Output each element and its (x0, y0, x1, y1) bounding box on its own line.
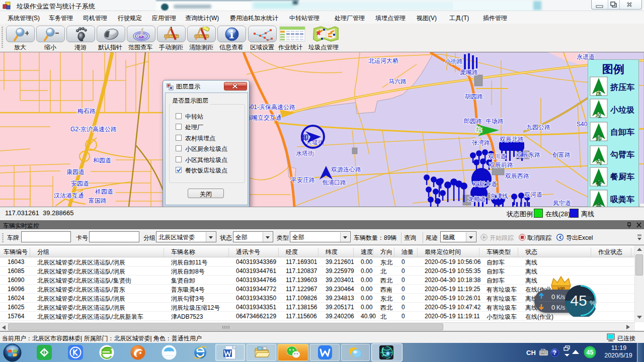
svg-text:%: % (590, 299, 596, 307)
svg-text:水塔街: 水塔街 (296, 150, 314, 157)
svg-text:双河道: 双河道 (524, 191, 542, 198)
svg-text:北运河大桥: 北运河大桥 (368, 57, 398, 64)
svg-text:垃: 垃 (595, 112, 602, 119)
svg-text:压: 压 (595, 89, 602, 97)
svg-text:45: 45 (570, 292, 587, 309)
svg-text:凤宁道: 凤宁道 (553, 200, 571, 207)
svg-text:康园道: 康园道 (66, 168, 85, 175)
svg-text:K/s: K/s (556, 304, 565, 311)
svg-text:富国路: 富国路 (89, 197, 107, 204)
svg-text:和园道: 和园道 (93, 157, 111, 164)
svg-text:G2-京沪高速公路: G2-京沪高速公路 (70, 126, 117, 133)
svg-text:双源连心路: 双源连心路 (331, 166, 361, 173)
svg-text:S40: S40 (577, 121, 588, 128)
svg-text:双辰前路: 双辰前路 (489, 161, 513, 168)
svg-text:安园道: 安园道 (71, 180, 89, 187)
svg-text:陈嘴立交互通: 陈嘴立交互通 (246, 114, 282, 121)
svg-text:双辰北路: 双辰北路 (500, 136, 524, 143)
svg-text:垃: 垃 (475, 126, 482, 133)
svg-text:庞嘴路: 庞嘴路 (460, 69, 478, 76)
svg-text:胡园路: 胡园路 (465, 93, 483, 100)
svg-text:郎园路: 郎园路 (464, 118, 482, 125)
svg-text:?: ? (553, 349, 556, 356)
svg-text:K/s: K/s (556, 294, 565, 301)
svg-text:小街路: 小街路 (445, 58, 463, 65)
svg-text:梅石路: 梅石路 (77, 108, 96, 115)
svg-text:双川道: 双川道 (488, 153, 506, 160)
svg-text:双新大道: 双新大道 (473, 180, 497, 188)
svg-text:创富路: 创富路 (552, 151, 571, 158)
svg-text:餐: 餐 (595, 180, 602, 187)
svg-text:45: 45 (587, 349, 594, 356)
svg-text:0: 0 (551, 293, 555, 301)
svg-text:卸: 卸 (595, 135, 602, 142)
svg-text:卸: 卸 (300, 133, 308, 141)
svg-text:九园公路: 九园公路 (526, 124, 550, 131)
svg-text:龙顺道: 龙顺道 (468, 196, 486, 203)
svg-text:汉沽港互通: 汉沽港互通 (54, 192, 84, 199)
svg-text:勾: 勾 (595, 158, 602, 165)
svg-text:平安庄路: 平安庄路 (291, 176, 315, 184)
svg-text:0: 0 (551, 304, 555, 311)
svg-text:马六路: 马六路 (388, 78, 407, 85)
svg-text:张湾路: 张湾路 (472, 139, 490, 146)
svg-text:双辰西路: 双辰西路 (505, 172, 529, 179)
svg-text:牛场路: 牛场路 (486, 118, 504, 125)
svg-text:京津线: 京津线 (490, 193, 508, 200)
svg-text:双辰东路: 双辰东路 (516, 151, 540, 158)
svg-text:包浦口路: 包浦口路 (322, 179, 346, 186)
svg-text:祥园道: 祥园道 (95, 188, 113, 195)
